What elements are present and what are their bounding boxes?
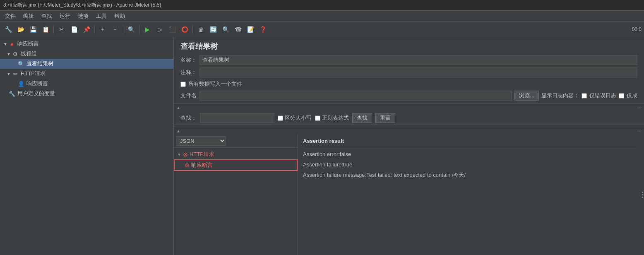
- toolbar-shutdown[interactable]: ⭕: [179, 24, 190, 35]
- menu-edit[interactable]: 编辑: [20, 12, 37, 21]
- toggle-root[interactable]: ▼: [2, 42, 8, 46]
- triangle-icon: 🔺: [8, 40, 16, 48]
- search-row: 查找： 区分大小写 正则表达式 查找 重置: [174, 111, 644, 125]
- tree-label-result: 查看结果树: [26, 60, 53, 67]
- menu-bar: 文件 编辑 查找 运行 选项 工具 帮助: [0, 11, 644, 22]
- regex-checkbox[interactable]: [315, 115, 320, 121]
- reset-btn[interactable]: 重置: [375, 113, 395, 123]
- browse-btn[interactable]: 浏览...: [514, 91, 539, 101]
- name-label: 名称：: [180, 56, 197, 64]
- search-label: 查找：: [180, 114, 197, 122]
- tree-item-assertion[interactable]: 👤 响应断言: [0, 79, 173, 89]
- toolbar-start[interactable]: ▶: [142, 24, 153, 35]
- toolbar-add[interactable]: ＋: [97, 24, 108, 35]
- tree-item-thread-group[interactable]: ▼ ⚙ 线程组: [0, 49, 173, 59]
- case-sensitive-label: 区分大小写: [278, 114, 312, 122]
- comment-input[interactable]: [199, 67, 637, 77]
- toolbar-zoom[interactable]: 🔍: [125, 24, 137, 35]
- title-bar: 8.相应断言.jmx (F:\JMeter_Study\8.相应断言.jmx) …: [0, 0, 644, 11]
- log-label: 显示日志内容：: [541, 92, 579, 99]
- file-input[interactable]: [199, 91, 512, 101]
- tree-panel: ▼ 🔺 响应断言 ▼ ⚙ 线程组 🔍 查看结果树 ▼ ✏ HTTP请求 👤 响应…: [0, 37, 174, 255]
- panel-title: 查看结果树: [174, 37, 644, 54]
- http-error-icon: ⊗: [183, 151, 188, 158]
- menu-file[interactable]: 文件: [2, 12, 19, 21]
- wrench-icon: 🔧: [8, 90, 16, 97]
- divider1: ▲ ···: [174, 103, 644, 111]
- toolbar-save[interactable]: 💾: [27, 24, 39, 35]
- toolbar-template[interactable]: 📝: [245, 24, 256, 35]
- assertion-error-icon: ⊗: [185, 162, 190, 168]
- write-all-label: 所有数据写入一个文件: [188, 80, 242, 88]
- assertion-line-3: Assertion failure message:Test failed: t…: [303, 170, 636, 180]
- toolbar-copy[interactable]: 📄: [68, 24, 80, 35]
- menu-options[interactable]: 选项: [74, 12, 92, 21]
- assertion-tree-label: 响应断言: [191, 161, 213, 169]
- tree-item-root[interactable]: ▼ 🔺 响应断言: [0, 39, 173, 49]
- collapse-arrow2[interactable]: ▲: [176, 129, 180, 133]
- json-panel: JSON XML HTML Text ▼ ⊗ HTTP请求: [174, 135, 298, 255]
- timer-display: 00:0: [632, 26, 642, 32]
- json-tree: ▼ ⊗ HTTP请求 ⊗ 响应断言: [174, 148, 298, 255]
- tree-label-uservars: 用户定义的变量: [17, 90, 55, 97]
- toolbar-start-no-pause[interactable]: ▷: [154, 24, 166, 35]
- toggle-http[interactable]: ▼: [6, 72, 12, 76]
- success-log-label: 仅成: [627, 92, 637, 99]
- gear-icon: ⚙: [12, 50, 19, 58]
- search-btn[interactable]: 查找: [352, 113, 372, 123]
- toolbar-clear-all[interactable]: 🔄: [207, 24, 219, 35]
- menu-find[interactable]: 查找: [38, 12, 55, 21]
- file-label: 文件名: [180, 92, 197, 99]
- tree-item-user-vars[interactable]: 🔧 用户定义的变量: [0, 89, 173, 99]
- http-tree-label: HTTP请求: [190, 151, 214, 158]
- tree-item-http[interactable]: ▼ ✏ HTTP请求: [0, 69, 173, 79]
- write-all-checkbox[interactable]: [180, 82, 186, 87]
- menu-run[interactable]: 运行: [56, 12, 74, 21]
- tree-label-http: HTTP请求: [21, 70, 46, 77]
- toolbar-remove[interactable]: －: [109, 24, 121, 35]
- menu-tools[interactable]: 工具: [93, 12, 110, 21]
- divider-dots1[interactable]: ···: [637, 105, 642, 111]
- toolbar-help[interactable]: ❓: [257, 24, 269, 35]
- toggle-thread[interactable]: ▼: [6, 52, 12, 56]
- main-layout: ▼ 🔺 响应断言 ▼ ⚙ 线程组 🔍 查看结果树 ▼ ✏ HTTP请求 👤 响应…: [0, 37, 644, 255]
- menu-help[interactable]: 帮助: [111, 12, 128, 21]
- toolbar-open[interactable]: 📂: [15, 24, 26, 35]
- toolbar-stop[interactable]: ⬛: [166, 24, 178, 35]
- toolbar-search[interactable]: 🔍: [220, 24, 231, 35]
- file-row: 文件名 浏览... 显示日志内容： 仅错误日志 仅成: [174, 89, 644, 102]
- toolbar-new[interactable]: 🔧: [2, 24, 14, 35]
- error-log-checkbox[interactable]: [582, 93, 587, 99]
- toolbar-cut[interactable]: ✂: [56, 24, 67, 35]
- collapse-arrow1[interactable]: ▲: [176, 106, 180, 110]
- sep2: [94, 25, 95, 34]
- case-sensitive-checkbox[interactable]: [278, 115, 283, 121]
- sep5: [192, 25, 193, 34]
- pencil-icon: ✏: [12, 70, 19, 77]
- toolbar-remote[interactable]: ☎: [232, 24, 244, 35]
- assertion-result-title: Assertion result: [303, 138, 636, 146]
- tree-label-assertion: 响应断言: [26, 80, 48, 87]
- toolbar-clear[interactable]: 🗑: [195, 24, 207, 35]
- name-input[interactable]: [199, 55, 637, 65]
- search-input[interactable]: [200, 113, 274, 123]
- toolbar-paste[interactable]: 📌: [81, 24, 92, 35]
- assertion-line-2: Assertion failure:true: [303, 160, 636, 170]
- json-tree-http[interactable]: ▼ ⊗ HTTP请求: [174, 149, 298, 159]
- divider-dots2[interactable]: ···: [637, 128, 642, 134]
- magnify-icon: 🔍: [17, 60, 25, 67]
- right-panel: 查看结果树 名称： 注释： 所有数据写入一个文件 文件名 浏览... 显示日志内…: [174, 37, 644, 255]
- tree-item-result-tree[interactable]: 🔍 查看结果树: [0, 59, 173, 69]
- resize-handle[interactable]: [641, 135, 644, 255]
- toolbar-save2[interactable]: 📋: [40, 24, 51, 35]
- assertion-line-1: Assertion error:false: [303, 149, 636, 160]
- success-log-checkbox[interactable]: [619, 93, 624, 99]
- name-row: 名称：: [174, 54, 644, 66]
- title-text: 8.相应断言.jmx (F:\JMeter_Study\8.相应断言.jmx) …: [3, 2, 161, 9]
- json-tree-assertion[interactable]: ⊗ 响应断言: [174, 159, 298, 171]
- toolbar: 🔧 📂 💾 📋 ✂ 📄 📌 ＋ － 🔍 ▶ ▷ ⬛ ⭕ 🗑 🔄 🔍 ☎ 📝 ❓ …: [0, 22, 644, 37]
- tree-label-root: 响应断言: [17, 40, 39, 48]
- write-all-row: 所有数据写入一个文件: [174, 79, 644, 89]
- sep3: [123, 25, 123, 34]
- format-select[interactable]: JSON XML HTML Text: [176, 136, 226, 146]
